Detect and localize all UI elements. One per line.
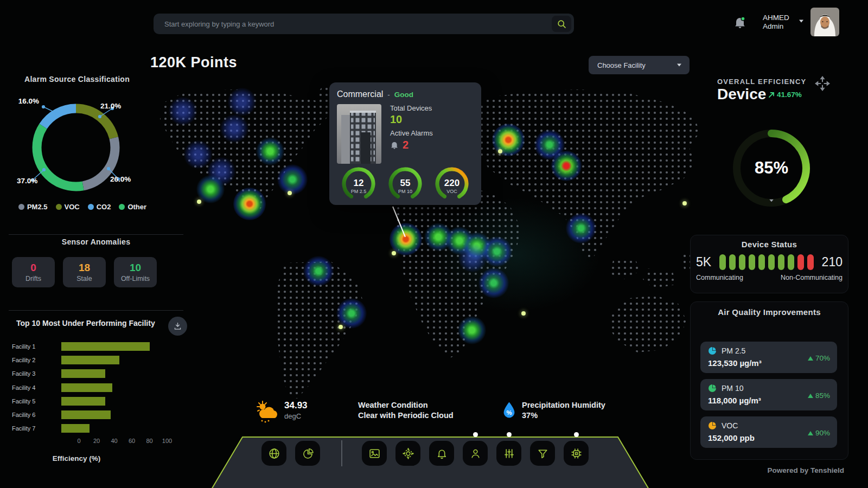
donut-label-other: 37.0% [17, 177, 37, 185]
efficiency-delta: 41.67% [768, 91, 802, 99]
temperature-value: 34.93 [284, 400, 308, 411]
active-indicator-dot [473, 432, 478, 437]
weather-condition-label: Weather Condition [358, 400, 454, 410]
facility-bar [61, 397, 105, 406]
facility-bar [61, 383, 112, 392]
aq-card-pm10[interactable]: PM 10 118,000 µg/m³ 85% [700, 379, 837, 410]
powered-by-credit: Powered by Tenshield [684, 466, 844, 474]
pie-icon [708, 421, 717, 430]
settings-button[interactable] [395, 441, 420, 466]
pie-icon [708, 384, 717, 393]
status-pill-green [788, 254, 794, 270]
efficiency-title: Device [717, 86, 766, 103]
filter-icon [537, 447, 549, 460]
status-pill-green [758, 254, 765, 270]
overall-efficiency-kicker: OVERALL EFFICIENCY [717, 78, 806, 86]
globe-icon [268, 447, 280, 460]
alarm-donut-chart: 16.0% 21.0% 26.0% 37.0% [9, 87, 171, 211]
status-pill-red [797, 254, 804, 270]
x-axis-label: Efficiency (%) [9, 454, 144, 463]
facility-bar [61, 424, 90, 433]
facility-bar [61, 342, 150, 351]
status-pill-red [807, 254, 814, 270]
anomaly-card-stale: 18 Stale [63, 257, 106, 287]
bell-icon [436, 447, 448, 460]
gauge-pm25: 12 PM 2.5 [338, 166, 379, 203]
status-pill-green [739, 254, 745, 270]
device-status-title: Device Status [696, 240, 843, 249]
facility-bar [61, 410, 111, 419]
sliders-icon [503, 447, 515, 460]
facility-bar [61, 356, 119, 364]
communicating-label: Communicating [696, 274, 743, 281]
status-pill-green [729, 254, 736, 270]
alarm-bell-icon [390, 140, 399, 150]
trend-up-icon [768, 92, 775, 98]
status-pill-green [778, 254, 784, 270]
temperature-unit: degC [284, 412, 308, 420]
legend-dot [56, 204, 62, 210]
gauge-voc: 220 VOC [431, 166, 473, 203]
page-title: 120K Points [150, 54, 237, 71]
choose-facility-dropdown[interactable]: Choose Facility [589, 56, 690, 74]
avatar[interactable] [810, 8, 839, 36]
up-arrow-icon [808, 431, 813, 435]
facility-bar [61, 369, 105, 378]
devices-button[interactable] [564, 441, 589, 466]
aq-card-voc[interactable]: VOC 152,000 ppb 90% [700, 416, 837, 448]
humidity-label: Precipitation Humidity [522, 400, 605, 410]
temperature: 34.93 degC [284, 400, 308, 420]
image-button[interactable] [362, 441, 387, 466]
up-arrow-icon [808, 356, 813, 361]
status-pill-green [749, 254, 755, 270]
gauge-caret-icon[interactable] [769, 200, 774, 202]
search-bar[interactable] [154, 14, 574, 34]
x-axis-ticks: 0 20 40 60 80 100 [9, 438, 183, 446]
search-button[interactable] [552, 16, 571, 32]
legend-item: CO2 [88, 203, 111, 211]
aq-card-pm25[interactable]: PM 2.5 123,530 µg/m³ 70% [700, 342, 837, 373]
svg-text:%: % [506, 409, 512, 416]
donut-label-co2: 16.0% [18, 97, 39, 105]
user-button[interactable] [463, 441, 488, 466]
search-icon [557, 19, 567, 29]
sensor-anomalies-cards: 0 Drifts 18 Stale 10 Off-Limits [12, 257, 157, 287]
user-name: AHMED [763, 14, 789, 22]
filter-button[interactable] [530, 441, 555, 466]
non-communicating-label: Non-Communicating [781, 274, 843, 281]
notifications-bell-icon[interactable] [733, 16, 746, 32]
tune-button[interactable] [496, 441, 521, 466]
anomaly-card-drifts: 0 Drifts [12, 257, 55, 287]
chevron-down-icon [677, 64, 681, 67]
efficiency-gauge-value: 85% [730, 158, 813, 178]
legend-dot [88, 204, 94, 210]
facility-popup[interactable]: Commercial - Good [329, 82, 481, 205]
total-devices-label: Total Devices [390, 104, 433, 112]
globe-button[interactable] [261, 441, 286, 466]
anomaly-card-offlimits: 10 Off-Limits [114, 257, 157, 287]
facility-chart-title: Top 10 Most Under Performing Facility [16, 319, 162, 328]
popup-header: Commercial - Good [337, 89, 474, 99]
dashboard: AHMED Admin 120K Points Choose Facility … [0, 0, 868, 488]
popup-title: Commercial [337, 89, 383, 99]
person-icon [469, 447, 482, 460]
image-icon [368, 447, 381, 460]
search-input[interactable] [163, 20, 552, 29]
total-devices-value: 10 [390, 113, 433, 126]
gauge-pm10: 55 PM 10 [385, 166, 426, 203]
non-communicating-count: 210 [822, 255, 843, 269]
active-alarms-label: Active Alarms [390, 129, 433, 137]
user-menu-caret-icon[interactable] [799, 20, 803, 23]
user-role: Admin [763, 22, 789, 31]
legend-item: PM2.5 [18, 203, 48, 211]
move-handle-icon[interactable] [815, 76, 830, 93]
alerts-button[interactable] [429, 441, 454, 466]
humidity-droplet-icon: % [502, 401, 516, 422]
device-status-pills [719, 254, 814, 270]
pie-chart-button[interactable] [295, 441, 320, 466]
popup-gauges: 12 PM 2.5 55 PM 10 220 VOC [337, 166, 474, 203]
status-pill-green [719, 254, 726, 270]
legend-dot [119, 204, 125, 210]
user-menu[interactable]: AHMED Admin [763, 14, 789, 31]
chip-icon [570, 447, 583, 460]
